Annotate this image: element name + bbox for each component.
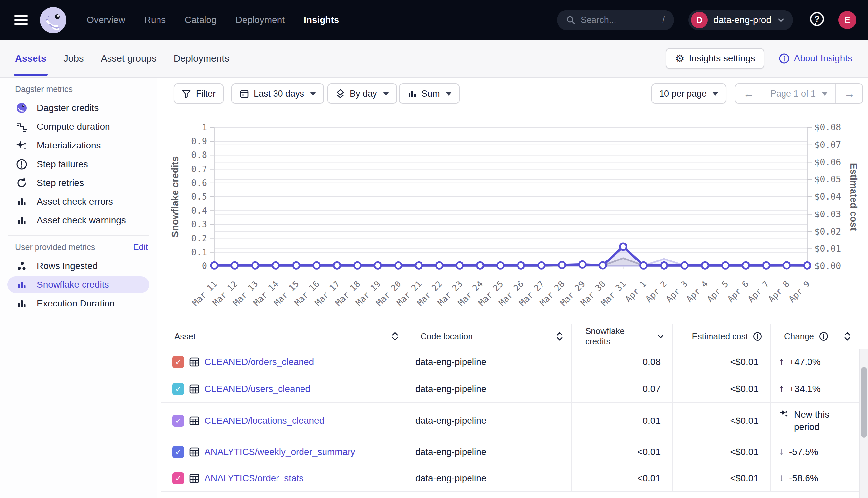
- nav-link-runs[interactable]: Runs: [144, 15, 166, 25]
- org-avatar: D: [691, 12, 707, 28]
- tab-jobs[interactable]: Jobs: [63, 40, 84, 77]
- sidebar-item-dagster-credits[interactable]: Dagster credits: [7, 99, 149, 117]
- primary-nav: OverviewRunsCatalogDeploymentInsights: [87, 15, 339, 25]
- change-value: +47.0%: [789, 356, 821, 368]
- sidebar-item-materializations[interactable]: Materializations: [7, 136, 149, 155]
- table-header-row: Asset Code location Snowflake credits Es…: [161, 324, 868, 349]
- sidebar-item-asset-check-errors[interactable]: Asset check errors: [7, 192, 149, 211]
- tab-deployments[interactable]: Deployments: [174, 40, 229, 77]
- top-app-bar: OverviewRunsCatalogDeploymentInsights Se…: [0, 0, 868, 40]
- column-header-code-location[interactable]: Code location: [407, 324, 572, 349]
- column-header-snowflake-credits[interactable]: Snowflake credits: [572, 324, 673, 349]
- search-shortcut-hint: /: [663, 15, 665, 25]
- info-icon: [778, 53, 790, 64]
- chevron-down-icon: [777, 16, 785, 24]
- about-insights-link[interactable]: About Insights: [778, 53, 852, 64]
- nav-link-insights[interactable]: Insights: [304, 15, 339, 25]
- svg-text:0.2: 0.2: [191, 233, 207, 244]
- sidebar-item-label: Rows Ingested: [37, 261, 98, 271]
- credits-cell: 0.07: [572, 376, 673, 403]
- nav-link-catalog[interactable]: Catalog: [185, 15, 217, 25]
- credits-cell: <0.01: [572, 439, 673, 465]
- org-switcher[interactable]: D data-eng-prod: [689, 10, 793, 30]
- prev-page-button[interactable]: ←: [736, 84, 762, 103]
- sidebar-item-compute-duration[interactable]: Compute duration: [7, 117, 149, 136]
- credits-chart[interactable]: 00.10.20.30.40.50.60.70.80.91$0.00$0.01$…: [157, 108, 868, 322]
- table-row[interactable]: ✓ ANALYTICS/order_stats data-eng-pipelin…: [161, 466, 868, 492]
- sort-icon[interactable]: [556, 331, 563, 341]
- insights-settings-button[interactable]: ⚙ Insights settings: [666, 48, 764, 69]
- sidebar-item-step-failures[interactable]: Step failures: [7, 155, 149, 173]
- row-checkbox[interactable]: ✓: [172, 356, 184, 368]
- sidebar-item-label: Step retries: [37, 178, 84, 188]
- sidebar-item-step-retries[interactable]: Step retries: [7, 173, 149, 192]
- layers-icon: [335, 89, 345, 99]
- sidebar-item-execution-duration[interactable]: Execution Duration: [7, 294, 149, 313]
- code-location-cell: data-eng-pipeline: [407, 403, 572, 438]
- user-avatar[interactable]: E: [839, 11, 856, 29]
- svg-text:Apr 6: Apr 6: [725, 279, 751, 304]
- per-page-dropdown[interactable]: 10 per page: [651, 83, 726, 104]
- insights-subnav: AssetsJobsAsset groupsDeployments ⚙ Insi…: [0, 40, 868, 78]
- caret-down-icon: [383, 92, 389, 95]
- tab-assets[interactable]: Assets: [15, 40, 46, 77]
- svg-text:Apr 7: Apr 7: [746, 279, 771, 304]
- info-icon[interactable]: [819, 331, 829, 341]
- edit-metrics-link[interactable]: Edit: [133, 242, 148, 252]
- nav-link-deployment[interactable]: Deployment: [236, 15, 285, 25]
- group-by-dropdown[interactable]: By day: [328, 83, 397, 104]
- caret-down-icon: [713, 92, 718, 95]
- sidebar-item-asset-check-warnings[interactable]: Asset check warnings: [7, 211, 149, 230]
- svg-text:Apr 9: Apr 9: [787, 279, 812, 304]
- table-row[interactable]: ✓ CLEANED/orders_cleaned data-eng-pipeli…: [161, 349, 868, 376]
- svg-text:$0.00: $0.00: [814, 261, 841, 271]
- scrollbar-thumb[interactable]: [861, 367, 867, 437]
- table-row[interactable]: ✓ ANALYTICS/weekly_order_summary data-en…: [161, 439, 868, 466]
- asset-link[interactable]: CLEANED/locations_cleaned: [204, 416, 324, 426]
- sidebar-item-snowflake-credits[interactable]: Snowflake credits: [7, 276, 149, 293]
- credits-cell: 0.08: [572, 349, 673, 375]
- search-input[interactable]: Search... /: [557, 10, 674, 30]
- aggregation-dropdown[interactable]: Sum: [399, 83, 460, 104]
- change-cell: ↑+34.1%: [779, 383, 821, 395]
- tab-asset-groups[interactable]: Asset groups: [101, 40, 156, 77]
- table-scrollbar[interactable]: [859, 349, 868, 498]
- page-indicator-dropdown[interactable]: Page 1 of 1: [762, 84, 836, 103]
- menu-icon[interactable]: [14, 15, 28, 25]
- svg-text:Apr 2: Apr 2: [643, 279, 669, 304]
- sidebar-item-rows-ingested[interactable]: Rows Ingested: [7, 257, 149, 275]
- sidebar-item-label: Snowflake credits: [37, 279, 109, 290]
- code-location-cell: data-eng-pipeline: [407, 349, 572, 375]
- svg-text:$0.03: $0.03: [814, 209, 841, 219]
- asset-link[interactable]: ANALYTICS/order_stats: [204, 473, 304, 484]
- sort-icon[interactable]: [391, 331, 399, 341]
- info-icon[interactable]: [753, 331, 763, 341]
- asset-link[interactable]: ANALYTICS/weekly_order_summary: [204, 447, 355, 457]
- cost-cell: <$0.01: [673, 439, 771, 465]
- date-range-dropdown[interactable]: Last 30 days: [231, 83, 324, 104]
- row-checkbox[interactable]: ✓: [172, 383, 184, 395]
- column-header-estimated-cost[interactable]: Estimated cost: [673, 324, 771, 349]
- next-page-button[interactable]: →: [836, 84, 863, 103]
- column-header-change[interactable]: Change: [771, 324, 859, 349]
- filter-button[interactable]: Filter: [174, 83, 224, 104]
- svg-text:0.6: 0.6: [191, 178, 207, 188]
- sort-desc-icon[interactable]: [656, 332, 664, 340]
- row-checkbox[interactable]: ✓: [172, 415, 184, 427]
- search-placeholder: Search...: [580, 15, 662, 25]
- sort-icon[interactable]: [843, 331, 851, 341]
- cost-cell: <$0.01: [673, 466, 771, 491]
- pagination-control: ← Page 1 of 1 →: [735, 83, 863, 104]
- help-button[interactable]: ?: [809, 11, 825, 29]
- asset-link[interactable]: CLEANED/users_cleaned: [204, 384, 310, 394]
- row-checkbox[interactable]: ✓: [172, 446, 184, 458]
- table-row[interactable]: ✓ CLEANED/locations_cleaned data-eng-pip…: [161, 403, 868, 439]
- column-header-asset[interactable]: Asset: [161, 324, 407, 349]
- dagster-logo-icon[interactable]: [40, 7, 66, 33]
- asset-link[interactable]: CLEANED/orders_cleaned: [204, 357, 314, 367]
- table-row[interactable]: ✓ CLEANED/users_cleaned data-eng-pipelin…: [161, 376, 868, 403]
- nav-link-overview[interactable]: Overview: [87, 15, 125, 25]
- svg-text:0.3: 0.3: [191, 219, 207, 229]
- row-checkbox[interactable]: ✓: [172, 472, 184, 484]
- change-value: New this period: [794, 408, 850, 433]
